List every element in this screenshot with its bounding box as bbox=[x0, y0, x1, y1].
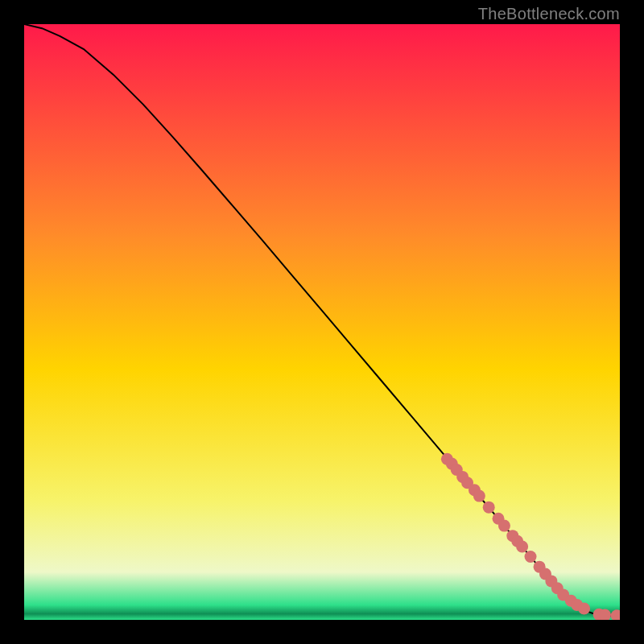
chart-frame: TheBottleneck.com bbox=[0, 0, 644, 644]
data-marker bbox=[483, 502, 495, 514]
plot-area bbox=[24, 24, 620, 620]
data-marker bbox=[473, 490, 485, 502]
bottleneck-chart bbox=[24, 24, 620, 620]
data-marker bbox=[516, 540, 528, 552]
gradient-background bbox=[24, 24, 620, 620]
data-marker bbox=[498, 520, 510, 532]
data-marker bbox=[525, 551, 537, 563]
data-marker bbox=[578, 602, 590, 614]
watermark-text: TheBottleneck.com bbox=[478, 5, 620, 23]
